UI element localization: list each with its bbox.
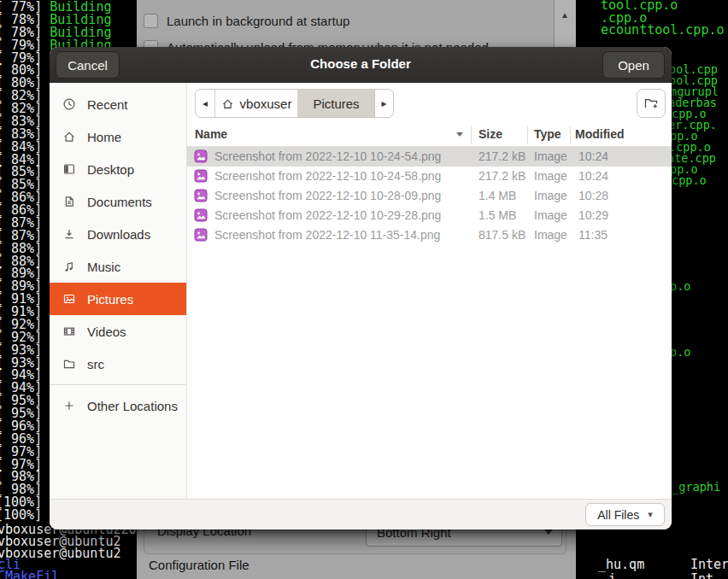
- chevron-left-icon: ◂: [203, 97, 208, 109]
- terminal-line: t_graphi: [665, 480, 720, 494]
- new-folder-button[interactable]: [637, 89, 666, 118]
- file-size: 1.4 MB: [478, 186, 516, 206]
- file-list: Screenshot from 2022-12-10 10-24-54.png2…: [187, 147, 672, 245]
- file-modified: 10:28: [578, 186, 608, 206]
- sidebar-item-recent[interactable]: Recent: [50, 88, 186, 120]
- path-bar: ◂ vboxuser Pictures ▸: [187, 83, 672, 124]
- file-type: Image: [534, 147, 567, 167]
- sidebar-item-documents[interactable]: Documents: [50, 185, 186, 218]
- chevron-down-icon: ▾: [648, 509, 653, 520]
- sidebar: RecentHomeDesktopDocumentsDownloadsMusic…: [50, 83, 187, 500]
- file-name: Screenshot from 2022-12-10 11-35-14.png: [214, 225, 440, 245]
- document-icon: [62, 195, 76, 208]
- launch-background-checkbox[interactable]: [144, 14, 158, 28]
- launch-background-label: Launch in background at startup: [167, 14, 349, 28]
- table-row[interactable]: Screenshot from 2022-12-10 10-24-54.png2…: [187, 147, 672, 167]
- terminal-right-output-top: tool.cpp.o.cpp.oecounttool.cpp.o: [601, 0, 725, 37]
- file-type: Image: [534, 186, 567, 206]
- sidebar-item-label: src: [87, 357, 104, 371]
- path-segment-current[interactable]: Pictures: [298, 90, 375, 117]
- image-file-icon: [194, 189, 208, 202]
- terminal-prompt-lines: vboxuser@ubuntu2204vboxuser@ubuntu2vboxu…: [0, 524, 144, 579]
- file-modified: 10:24: [578, 167, 608, 186]
- file-name: Screenshot from 2022-12-10 10-24-54.png: [214, 147, 441, 167]
- sidebar-item-label: Documents: [87, 195, 152, 209]
- file-type: Image: [534, 225, 567, 245]
- column-header-modified[interactable]: Modified: [575, 127, 625, 141]
- column-header-type[interactable]: Type: [534, 127, 561, 141]
- music-icon: [62, 260, 76, 273]
- sidebar-item-music[interactable]: Music: [50, 250, 186, 283]
- sort-descending-icon: [456, 132, 463, 137]
- file-filter-dropdown[interactable]: All Files ▾: [585, 503, 665, 526]
- dialog-footer: All Files ▾: [50, 499, 672, 529]
- sidebar-divider: [50, 384, 186, 385]
- scroll-up-icon[interactable]: ▲: [556, 10, 573, 20]
- sidebar-list: RecentHomeDesktopDocumentsDownloadsMusic…: [50, 88, 186, 380]
- table-row[interactable]: Screenshot from 2022-12-10 10-29-28.png1…: [187, 206, 672, 225]
- image-file-icon: [194, 228, 208, 242]
- sidebar-item-videos[interactable]: Videos: [50, 315, 186, 348]
- breadcrumb: ◂ vboxuser Pictures ▸: [195, 89, 394, 118]
- file-modified: 10:29: [578, 206, 608, 225]
- column-header-name[interactable]: Name: [195, 127, 227, 141]
- image-file-icon: [194, 149, 208, 163]
- column-separator: [527, 126, 528, 143]
- path-back-button[interactable]: ◂: [196, 90, 215, 117]
- sidebar-item-pictures[interactable]: Pictures: [50, 283, 186, 315]
- home-icon: [62, 130, 76, 143]
- terminal-line: _hu.qm: [598, 557, 644, 572]
- column-header-row: Name Size Type Modified: [187, 124, 672, 147]
- image-file-icon: [194, 169, 208, 183]
- sidebar-item-downloads[interactable]: Downloads: [50, 218, 186, 250]
- folder-icon: [62, 357, 76, 371]
- home-icon: [221, 97, 234, 110]
- sidebar-item-label: Music: [87, 260, 120, 274]
- file-size: 217.2 kB: [478, 167, 525, 186]
- sidebar-item-home[interactable]: Home: [50, 120, 186, 153]
- sidebar-item-desktop[interactable]: Desktop: [50, 153, 186, 185]
- terminal-line: Inter: [690, 557, 728, 572]
- path-segment-label: vboxuser: [240, 96, 292, 111]
- terminal-line: vboxuser@ubuntu2: [0, 548, 144, 560]
- terminal-line: p.o: [670, 279, 690, 293]
- file-list-pane: ◂ vboxuser Pictures ▸: [187, 83, 672, 500]
- build-percent: [100%]: [0, 507, 42, 523]
- table-row[interactable]: Screenshot from 2022-12-10 10-24-58.png2…: [187, 167, 672, 186]
- terminal-line: Int: [690, 571, 713, 579]
- column-separator: [570, 126, 571, 143]
- column-separator: [471, 126, 472, 143]
- file-name: Screenshot from 2022-12-10 10-28-09.png: [214, 186, 441, 206]
- new-folder-icon: [643, 96, 659, 111]
- file-chooser-dialog: Cancel Choose a Folder Open RecentHomeDe…: [50, 47, 672, 529]
- file-type: Image: [534, 167, 567, 186]
- terminal-line: i: [608, 571, 616, 579]
- table-row[interactable]: Screenshot from 2022-12-10 11-35-14.png8…: [187, 225, 672, 245]
- file-type: Image: [534, 206, 567, 225]
- sidebar-item-label: Pictures: [87, 292, 133, 307]
- terminal-line: CMakeFil: [0, 571, 144, 579]
- open-button[interactable]: Open: [602, 51, 665, 79]
- column-header-size[interactable]: Size: [478, 127, 502, 141]
- launch-background-row: Launch in background at startup: [144, 14, 349, 28]
- path-segment-label: Pictures: [313, 96, 359, 111]
- path-segment-home[interactable]: vboxuser: [215, 90, 298, 117]
- path-forward-button[interactable]: ▸: [375, 90, 393, 117]
- file-modified: 11:35: [578, 225, 608, 245]
- sidebar-item-other-locations[interactable]: Other Locations: [50, 389, 186, 422]
- sidebar-item-label: Recent: [87, 97, 128, 112]
- file-name: Screenshot from 2022-12-10 10-24-58.png: [214, 167, 441, 186]
- sidebar-item-src[interactable]: src: [50, 348, 186, 380]
- table-row[interactable]: Screenshot from 2022-12-10 10-28-09.png1…: [187, 186, 672, 206]
- terminal-line: cpp.o: [672, 173, 707, 187]
- dialog-header: Cancel Choose a Folder Open: [50, 47, 672, 84]
- chevron-right-icon: ▸: [381, 97, 386, 109]
- download-icon: [62, 227, 76, 241]
- desktop-icon: [62, 162, 76, 176]
- terminal-line: ecounttool.cpp.o: [601, 24, 725, 37]
- file-size: 217.2 kB: [478, 147, 525, 167]
- sidebar-item-label: Desktop: [87, 162, 134, 177]
- file-filter-label: All Files: [597, 508, 639, 522]
- file-size: 1.5 MB: [478, 206, 516, 225]
- dialog-title: Choose a Folder: [50, 56, 672, 71]
